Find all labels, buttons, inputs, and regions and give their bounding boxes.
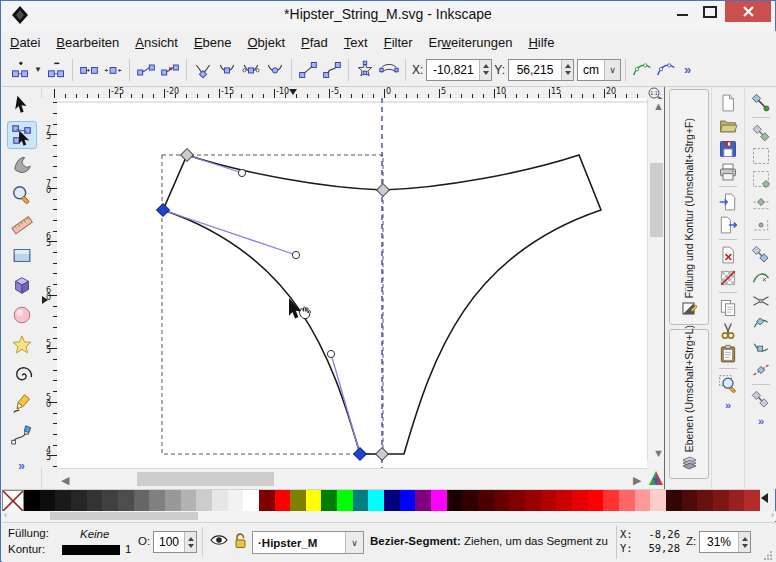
swatch-992020[interactable] — [729, 490, 745, 512]
vertical-scrollbar[interactable]: ▲ ▼ — [647, 99, 665, 461]
dropdown-icon[interactable]: ▼ — [32, 57, 44, 83]
snap-bbox-centers-icon[interactable] — [749, 213, 773, 236]
path-node-selected[interactable] — [354, 448, 367, 461]
swatch-800000[interactable] — [259, 490, 275, 512]
close-document-icon[interactable] — [716, 243, 740, 266]
swatch-4d0a0a[interactable] — [682, 490, 698, 512]
swatch-000000[interactable] — [24, 490, 40, 512]
menu-hilfe[interactable]: Hilfe — [520, 33, 562, 52]
delete-node-icon[interactable] — [44, 57, 68, 83]
swatch-ff9999[interactable] — [635, 490, 651, 512]
stroke-width-value[interactable]: 1 — [125, 543, 131, 555]
swatch-ff6666[interactable] — [619, 490, 635, 512]
fill-value[interactable]: Keine — [80, 528, 109, 540]
unit-dropdown-button[interactable]: ∨ — [604, 60, 620, 80]
scroll-right-icon[interactable]: ▶ — [633, 474, 641, 487]
snap-bbox-corners-icon[interactable] — [749, 167, 773, 190]
star-tool[interactable] — [7, 331, 37, 359]
tweak-tool[interactable] — [7, 151, 37, 179]
swatch-cc0000[interactable] — [556, 490, 572, 512]
print-icon[interactable] — [716, 160, 740, 183]
tab-fill-and-stroke[interactable]: Füllung und Kontur (Umschalt+Strg+F) — [669, 89, 709, 325]
tab-layers[interactable]: Ebenen (Umschalt+Strg+L) — [669, 329, 709, 479]
join-segment-icon[interactable] — [134, 57, 158, 83]
snap-nodes-icon[interactable] — [749, 243, 773, 266]
swatch-008000[interactable] — [321, 490, 337, 512]
snap-others-icon[interactable] — [749, 388, 773, 411]
swatch-801515[interactable] — [713, 490, 729, 512]
node-smooth-icon[interactable] — [215, 57, 239, 83]
menu-ebene[interactable]: Ebene — [186, 33, 240, 52]
opacity-spin-arrows[interactable] — [184, 532, 196, 552]
swatch-800000[interactable] — [509, 490, 525, 512]
scroll-down-icon[interactable]: ▼ — [653, 447, 664, 459]
zoom-1-1-button[interactable]: 1:1 — [647, 86, 664, 99]
pencil-tool[interactable] — [7, 391, 37, 419]
scroll-left-icon[interactable]: ◀ — [61, 474, 69, 487]
swatch-404040[interactable] — [102, 490, 118, 512]
horizontal-scrollbar-thumb[interactable] — [137, 472, 274, 486]
stroke-to-path-icon[interactable] — [377, 57, 401, 83]
measure-tool[interactable] — [7, 211, 37, 239]
menu-pfad[interactable]: Pfad — [293, 33, 336, 52]
menu-bearbeiten[interactable]: Bearbeiten — [48, 33, 127, 52]
path-node-selected[interactable] — [157, 204, 170, 217]
swatch-330505[interactable] — [666, 490, 682, 512]
swatch-ffcccc[interactable] — [650, 490, 666, 512]
opacity-spinbox[interactable] — [153, 531, 197, 553]
swatch-0d0d0d[interactable] — [40, 490, 56, 512]
cut-icon[interactable] — [716, 319, 740, 342]
swatch-4d0000[interactable] — [478, 490, 494, 512]
canvas[interactable] — [57, 98, 647, 468]
current-layer-dropdown[interactable]: ·Hipster_M ∨ — [252, 531, 364, 554]
break-nodes-icon[interactable] — [101, 57, 125, 83]
palette-scroll-left-icon[interactable]: ‹ — [4, 510, 7, 520]
snap-edge-midpoints-icon[interactable] — [749, 190, 773, 213]
show-outline-icon[interactable] — [654, 57, 678, 83]
snap-cusp-nodes-icon[interactable] — [749, 312, 773, 335]
swatch-00ffff[interactable] — [368, 490, 384, 512]
stroke-color-swatch[interactable] — [62, 545, 120, 555]
menu-text[interactable]: Text — [336, 33, 376, 52]
menu-erweiterungen[interactable]: Erweiterungen — [421, 33, 521, 52]
swatch-4d4d4d[interactable] — [118, 490, 134, 512]
zoom-spinbox[interactable] — [699, 531, 751, 553]
snap-intersections-icon[interactable] — [749, 289, 773, 312]
swatch-ffff00[interactable] — [306, 490, 322, 512]
pen-tool[interactable] — [7, 421, 37, 449]
maximize-button[interactable] — [697, 1, 723, 22]
new-document-icon[interactable] — [716, 91, 740, 114]
menu-filter[interactable]: Filter — [376, 33, 421, 52]
object-to-path-icon[interactable] — [353, 57, 377, 83]
y-spin-arrows[interactable] — [561, 60, 573, 80]
swatch-e6e6e6[interactable] — [212, 490, 228, 512]
swatch-330000[interactable] — [462, 490, 478, 512]
paste-icon[interactable] — [716, 342, 740, 365]
control-handle-point[interactable] — [238, 169, 245, 176]
snap-enable-icon[interactable] — [749, 91, 773, 114]
swatch-b32b2b[interactable] — [744, 490, 760, 512]
segment-line-icon[interactable] — [296, 57, 320, 83]
opacity-input[interactable] — [154, 533, 184, 551]
vertical-ruler[interactable]: 75706560555045 — [41, 98, 58, 468]
swatch-333333[interactable] — [87, 490, 103, 512]
layer-dropdown-button[interactable]: ∨ — [345, 532, 363, 553]
toolbox-overflow-button[interactable]: » — [2, 459, 41, 473]
x-coordinate-input[interactable] — [427, 61, 479, 79]
menu-objekt[interactable]: Objekt — [239, 33, 293, 52]
save-document-icon[interactable] — [716, 137, 740, 160]
swatch-none[interactable] — [2, 490, 24, 512]
join-nodes-icon[interactable] — [77, 57, 101, 83]
snap-paths-icon[interactable] — [749, 266, 773, 289]
zoom-input[interactable] — [700, 533, 738, 551]
palette-scroll-right-icon[interactable]: › — [771, 510, 774, 520]
path-node[interactable] — [377, 184, 390, 197]
rect-tool[interactable] — [7, 241, 37, 269]
swatch-ff00ff[interactable] — [431, 490, 447, 512]
minimize-button[interactable] — [669, 1, 695, 22]
swatch-ff0000[interactable] — [588, 490, 604, 512]
swatch-666666[interactable] — [134, 490, 150, 512]
swatch-0000ff[interactable] — [400, 490, 416, 512]
swatch-ffffff[interactable] — [243, 490, 259, 512]
swatch-00ff00[interactable] — [337, 490, 353, 512]
